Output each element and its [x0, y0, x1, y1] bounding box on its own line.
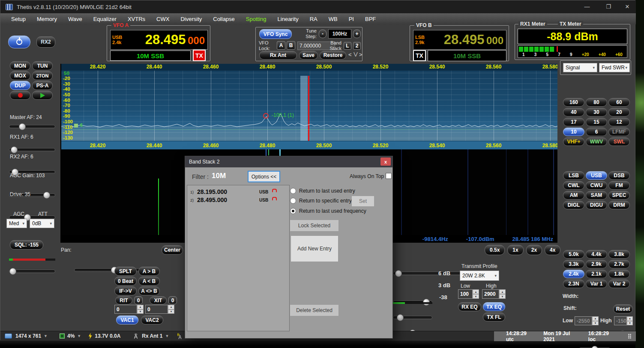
- band-40[interactable]: 40: [563, 108, 584, 116]
- mode-sam[interactable]: SAM: [586, 191, 607, 199]
- menu-item-xvtrs[interactable]: XVTRs: [122, 16, 151, 22]
- filter-low-spinner[interactable]: -2550▲▼: [575, 316, 599, 325]
- slider-thumb[interactable]: [397, 314, 404, 321]
- a-to-b-button[interactable]: A > B: [138, 267, 160, 276]
- band-next-button[interactable]: >: [359, 51, 362, 58]
- band-lfmf[interactable]: LFMF: [608, 128, 630, 136]
- chevron-down-icon[interactable]: ▼: [44, 334, 48, 338]
- spin-up-icon[interactable]: ▲: [499, 289, 506, 294]
- options-button[interactable]: Options <<: [248, 171, 280, 182]
- save-button[interactable]: Save: [299, 51, 318, 59]
- slider-thumb[interactable]: [19, 123, 26, 130]
- menu-item-diversity[interactable]: Diversity: [175, 16, 207, 22]
- zoom-preset-4x[interactable]: 4x: [545, 245, 560, 255]
- spin-up-icon[interactable]: ▲: [627, 316, 633, 321]
- band-wwv[interactable]: WWV: [586, 137, 607, 146]
- sql-slider[interactable]: [9, 270, 55, 273]
- filter-2.9k[interactable]: 2.9k: [586, 260, 607, 268]
- mon-button[interactable]: MON: [10, 61, 30, 70]
- resize-grip[interactable]: [628, 334, 632, 339]
- radio-return-last-entry[interactable]: Return to last used entry: [290, 188, 355, 194]
- radio-return-specific-entry[interactable]: Return to specific entry: [290, 198, 352, 204]
- band-80[interactable]: 80: [586, 98, 607, 107]
- mox-button[interactable]: MOX: [10, 71, 30, 80]
- filter-3.8k[interactable]: 3.8k: [608, 250, 630, 259]
- radio-icon[interactable]: [290, 208, 296, 214]
- band-prev-button[interactable]: <: [348, 51, 352, 58]
- vfo-sync-button[interactable]: VFO Sync: [259, 29, 292, 39]
- menu-item-equalizer[interactable]: Equalizer: [88, 16, 122, 22]
- tun-button[interactable]: TUN: [32, 61, 53, 70]
- filter-high-spinner[interactable]: -150▲▼: [614, 316, 633, 325]
- band-stack-2-button[interactable]: 2: [353, 42, 361, 50]
- vac1-button[interactable]: VAC1: [116, 315, 138, 324]
- rit-spinner[interactable]: 0▲▼: [114, 305, 144, 314]
- 2ton-button[interactable]: 2TON: [32, 71, 53, 80]
- tx-low-spinner[interactable]: 100▲▼: [458, 289, 479, 299]
- minimize-button[interactable]: —: [577, 0, 597, 13]
- add-new-entry-button[interactable]: Add New Entry: [291, 235, 338, 262]
- band-15[interactable]: 15: [586, 118, 607, 126]
- dialog-close-button[interactable]: x: [380, 158, 391, 166]
- dup-button[interactable]: DUP: [10, 81, 30, 90]
- shift-reset-button[interactable]: Reset: [613, 304, 633, 313]
- menu-item-collapse[interactable]: Collapse: [207, 16, 240, 22]
- spin-down-icon[interactable]: ▼: [473, 294, 479, 299]
- slider-thumb[interactable]: [9, 268, 16, 275]
- tx-fl-button[interactable]: TX FL: [483, 312, 505, 321]
- rx-meter-select[interactable]: Signal▾: [563, 63, 597, 72]
- band-20[interactable]: 20: [608, 108, 630, 116]
- band-stack-dialog[interactable]: Band Stack 2 x Filter : 10M Options << A…: [185, 156, 393, 339]
- radio-icon[interactable]: [290, 188, 296, 194]
- mode-cwu[interactable]: CWU: [586, 181, 607, 190]
- menu-item-setup[interactable]: Setup: [6, 16, 31, 22]
- tx-meter-select[interactable]: Fwd SWR▾: [599, 63, 630, 72]
- menu-item-spotting[interactable]: Spotting: [240, 16, 272, 22]
- band-160[interactable]: 160: [563, 98, 584, 107]
- resolution-text[interactable]: 1474 x 761: [15, 333, 41, 339]
- mode-dsb[interactable]: DSB: [608, 171, 630, 180]
- spin-down-icon[interactable]: ▼: [137, 309, 144, 314]
- rx1-af-slider[interactable]: [9, 148, 55, 152]
- lock-selected-button[interactable]: Lock Selected: [290, 220, 339, 232]
- always-on-top-checkbox[interactable]: [386, 173, 392, 179]
- menu-item-cwx[interactable]: CWX: [151, 16, 175, 22]
- tx-eq-button[interactable]: TX EQ: [483, 302, 505, 311]
- filter-var-2[interactable]: Var 2: [608, 280, 630, 288]
- tune-step-minus-button[interactable]: -: [319, 30, 326, 38]
- band-vhf+[interactable]: VHF+: [563, 137, 584, 146]
- cpu-usage-text[interactable]: 4%: [67, 333, 75, 339]
- band-swl[interactable]: SWL: [608, 137, 630, 146]
- mode-fm[interactable]: FM: [608, 181, 630, 190]
- zoom-preset-0.5x[interactable]: 0.5x: [485, 245, 505, 255]
- panadapter[interactable]: 28.42028.44028.46028.48028.50028.52028.5…: [60, 64, 557, 149]
- spin-up-icon[interactable]: ▲: [473, 289, 479, 294]
- title-bar[interactable]: Thetis v2.8.11 (10/20/20) MW0LGE 21d2 64…: [0, 0, 636, 13]
- play-button[interactable]: [32, 91, 53, 100]
- mode-digu[interactable]: DIGU: [586, 201, 607, 209]
- slider-thumb[interactable]: [11, 146, 18, 153]
- spin-down-icon[interactable]: ▼: [627, 321, 633, 326]
- band-stack-list[interactable]: 1) 28.195.000 USB 2) 28.495.000 USB: [187, 185, 290, 331]
- zoom-preset-2x[interactable]: 2x: [526, 245, 542, 255]
- filter-1.8k[interactable]: 1.8k: [608, 270, 630, 278]
- tx-high-spinner[interactable]: 2900▲▼: [482, 289, 506, 299]
- master-af-slider[interactable]: [9, 125, 55, 128]
- menu-item-wave[interactable]: Wave: [63, 16, 88, 22]
- mode-drm[interactable]: DRM: [608, 201, 630, 209]
- mode-usb[interactable]: USB: [586, 171, 607, 180]
- rx-antenna-text[interactable]: Rx Ant 1: [142, 333, 162, 339]
- filter-2.4k[interactable]: 2.4k: [563, 270, 584, 278]
- xit-button[interactable]: XIT: [150, 296, 167, 304]
- vfo-b-frequency-display[interactable]: LSB 2.9k 28.495 000: [413, 30, 506, 50]
- zoom-preset-1x[interactable]: 1x: [507, 245, 523, 255]
- mode-spec[interactable]: SPEC: [608, 191, 630, 199]
- vfo-lock-a-button[interactable]: A: [277, 41, 285, 50]
- filter-5.0k[interactable]: 5.0k: [563, 250, 584, 259]
- menu-item-pi[interactable]: PI: [343, 16, 359, 22]
- split-button[interactable]: SPLT: [114, 267, 137, 276]
- sql-button[interactable]: SQL: -155: [10, 240, 43, 250]
- restore-button[interactable]: Restore: [320, 51, 346, 59]
- band-12[interactable]: 12: [608, 118, 630, 126]
- band-30[interactable]: 30: [586, 108, 607, 116]
